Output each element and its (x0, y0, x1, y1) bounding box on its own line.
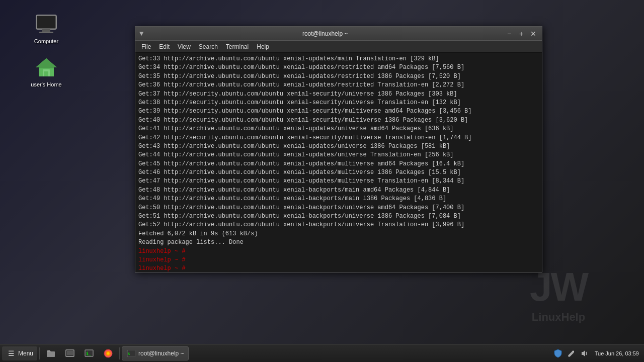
files-icon (46, 348, 56, 358)
shield-icon[interactable] (552, 348, 564, 359)
menu-search[interactable]: Search (195, 42, 222, 51)
desktop-icon-home[interactable]: user's Home (26, 53, 66, 89)
svg-rect-2 (42, 29, 50, 32)
menu-view[interactable]: View (174, 42, 195, 51)
taskbar-screenshot-button[interactable] (61, 346, 79, 360)
taskbar-active-window-label: root@linuxhelp ~ (138, 350, 184, 357)
taskbar-separator-2 (119, 347, 120, 359)
svg-text:JW: JW (530, 270, 589, 309)
terminal-line: Get:34 http://archive.ubuntu.com/ubuntu … (138, 63, 539, 72)
svg-rect-10 (47, 351, 55, 357)
taskbar-files-button[interactable] (42, 346, 60, 360)
minimize-button[interactable]: − (505, 29, 514, 38)
svg-text:$: $ (128, 352, 130, 356)
taskbar: ☰ Menu $_ $ (0, 344, 644, 362)
terminal-prompt-line: linuxhelp ~ # (138, 247, 539, 256)
menu-help[interactable]: Help (253, 42, 273, 51)
menu-edit[interactable]: Edit (155, 42, 174, 51)
taskbar-active-window-button[interactable]: $ root@linuxhelp ~ (122, 346, 189, 360)
terminal-line: Get:35 http://archive.ubuntu.com/ubuntu … (138, 72, 539, 81)
terminal-line: Reading package lists... Done (138, 238, 539, 247)
svg-text:LinuxHelp: LinuxHelp (532, 311, 585, 323)
svg-rect-1 (37, 16, 55, 28)
watermark-linuxhelp: JW LinuxHelp (483, 270, 634, 334)
terminal-title: root@linuxhelp ~ (145, 30, 505, 37)
terminal-line: Get:51 http://archive.ubuntu.com/ubuntu … (138, 212, 539, 221)
terminal-line: Get:40 http://security.ubuntu.com/ubuntu… (138, 116, 539, 125)
taskbar-terminal-shortcut-button[interactable]: $_ (80, 346, 98, 360)
titlebar-left: ▼ (139, 30, 145, 38)
terminal-line: Get:47 http://archive.ubuntu.com/ubuntu … (138, 177, 539, 186)
computer-icon-label: Computer (34, 38, 58, 44)
taskbar-separator-1 (39, 347, 40, 359)
browser-icon (103, 348, 113, 358)
terminal-line: Get:41 http://archive.ubuntu.com/ubuntu … (138, 125, 539, 133)
volume-icon[interactable] (579, 348, 590, 359)
svg-marker-5 (36, 58, 57, 68)
terminal-line: Get:33 http://archive.ubuntu.com/ubuntu … (138, 55, 539, 63)
svg-rect-12 (67, 351, 73, 355)
terminal-line: Get:39 http://security.ubuntu.com/ubuntu… (138, 107, 539, 116)
terminal-line: Get:52 http://archive.ubuntu.com/ubuntu … (138, 221, 539, 229)
home-folder-icon (34, 55, 58, 79)
svg-rect-7 (44, 71, 48, 76)
taskbar-menu-label: Menu (18, 350, 33, 357)
svg-point-17 (107, 352, 110, 354)
terminal-line: Get:50 http://archive.ubuntu.com/ubuntu … (138, 204, 539, 212)
titlebar-controls: − + ✕ (505, 29, 538, 38)
menu-grid-icon: ☰ (6, 348, 16, 358)
terminal-line: Get:46 http://archive.ubuntu.com/ubuntu … (138, 168, 539, 177)
terminal-line: Get:43 http://archive.ubuntu.com/ubuntu … (138, 142, 539, 151)
screenshot-icon (65, 348, 75, 358)
menu-terminal[interactable]: Terminal (222, 42, 253, 51)
desktop-icon-computer[interactable]: Computer (26, 10, 66, 46)
taskbar-right: Tue Jun 26, 03:59 (552, 348, 642, 359)
terminal-line: Get:49 http://archive.ubuntu.com/ubuntu … (138, 195, 539, 203)
maximize-button[interactable]: + (517, 29, 526, 38)
taskbar-browser-button[interactable] (99, 346, 117, 360)
taskbar-menu-button[interactable]: ☰ Menu (2, 346, 37, 360)
terminal-line: Get:37 http://security.ubuntu.com/ubuntu… (138, 90, 539, 99)
pencil-icon[interactable] (566, 348, 577, 359)
terminal-prompt-line: linuxhelp ~ # (138, 264, 539, 272)
terminal-line: Get:48 http://archive.ubuntu.com/ubuntu … (138, 186, 539, 195)
terminal-menubar: File Edit View Search Terminal Help (135, 41, 542, 53)
terminal-line: Fetched 6,072 kB in 9s (613 kB/s) (138, 230, 539, 238)
computer-icon (34, 12, 58, 36)
terminal-prompt-line: linuxhelp ~ # (138, 256, 539, 264)
terminal-line: Get:42 http://security.ubuntu.com/ubuntu… (138, 134, 539, 142)
terminal-line: Get:38 http://security.ubuntu.com/ubuntu… (138, 99, 539, 107)
svg-text:$_: $_ (86, 351, 91, 356)
terminal-window: ▼ root@linuxhelp ~ − + ✕ File Edit View … (135, 26, 542, 273)
svg-rect-3 (39, 32, 53, 33)
terminal-icon: $_ (84, 348, 94, 358)
desktop: Computer user's Home JW LinuxHelp ▼ root… (0, 0, 644, 362)
terminal-line: Get:36 http://archive.ubuntu.com/ubuntu … (138, 81, 539, 89)
taskbar-clock: Tue Jun 26, 03:59 (592, 350, 642, 356)
terminal-content[interactable]: Get:33 http://archive.ubuntu.com/ubuntu … (135, 53, 542, 272)
menu-file[interactable]: File (137, 42, 155, 51)
taskbar-terminal-active-icon: $ (126, 348, 136, 358)
close-button[interactable]: ✕ (529, 29, 538, 38)
terminal-line: Get:44 http://archive.ubuntu.com/ubuntu … (138, 151, 539, 159)
terminal-titlebar: ▼ root@linuxhelp ~ − + ✕ (135, 27, 542, 41)
home-icon-label: user's Home (31, 81, 61, 87)
terminal-line: Get:45 http://archive.ubuntu.com/ubuntu … (138, 160, 539, 168)
titlebar-arrow-icon: ▼ (139, 30, 143, 38)
